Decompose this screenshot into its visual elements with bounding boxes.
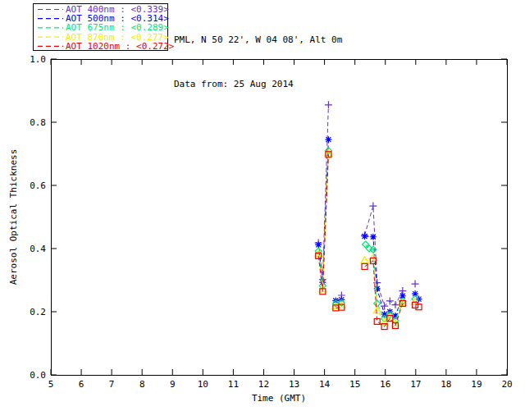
y-tick-label: 0.8 — [30, 117, 46, 128]
legend: AOT 400nm : <0.339>AOT 500nm : <0.314>AO… — [34, 4, 175, 52]
x-tick-label: 7 — [109, 379, 115, 390]
data-point-asterisk-marker — [315, 241, 322, 248]
data-point-plus-marker — [381, 303, 388, 310]
y-tick-label: 1.0 — [30, 54, 46, 65]
data-point-plus-marker — [369, 203, 377, 210]
y-tick-label: 0.4 — [30, 244, 46, 254]
x-tick-label: 15 — [349, 379, 360, 390]
x-tick-label: 17 — [410, 379, 421, 390]
x-tick-label: 14 — [319, 379, 331, 390]
aot-plot-page: PML, N 50 22', W 04 08', Alt 0m Data fro… — [0, 0, 525, 420]
y-tick-label: 0.2 — [30, 307, 46, 317]
aot-time-series-chart: 5678910111213141516171819200.00.20.40.60… — [0, 0, 525, 420]
y-axis-label: Aerosol Optical Thickness — [8, 149, 19, 285]
series-line — [365, 206, 403, 306]
x-tick-label: 13 — [289, 379, 299, 390]
x-tick-label: 9 — [170, 379, 176, 390]
series-aot-1020nm — [316, 152, 422, 330]
series-aot-500nm — [315, 136, 422, 319]
data-point-square-marker — [413, 302, 418, 308]
data-point-plus-marker — [412, 281, 419, 288]
x-tick-label: 6 — [79, 379, 84, 390]
y-tick-label: 0.6 — [30, 180, 46, 191]
series-line — [365, 236, 403, 316]
x-tick-label: 12 — [258, 379, 269, 390]
data-point-plus-marker — [386, 297, 394, 304]
x-tick-label: 20 — [501, 379, 512, 390]
data-point-plus-marker — [325, 101, 332, 108]
y-tick-label: 0.0 — [30, 370, 46, 381]
x-tick-label: 18 — [441, 379, 451, 390]
x-tick-label: 10 — [198, 379, 208, 390]
legend-entry-label: AOT 1020nm : <0.272> — [66, 41, 175, 52]
data-point-asterisk-marker — [362, 233, 368, 240]
series-aot-400nm — [315, 101, 419, 309]
x-tick-label: 11 — [228, 379, 239, 390]
axes: 5678910111213141516171819200.00.20.40.60… — [8, 54, 513, 404]
x-tick-label: 8 — [139, 379, 145, 390]
x-tick-label: 5 — [48, 379, 54, 390]
x-tick-label: 16 — [380, 379, 390, 390]
x-axis-label: Time (GMT) — [252, 393, 306, 404]
data-point-plus-marker — [391, 301, 399, 308]
data-point-asterisk-marker — [370, 234, 377, 240]
x-tick-label: 19 — [471, 379, 482, 390]
data-point-asterisk-marker — [325, 136, 331, 143]
